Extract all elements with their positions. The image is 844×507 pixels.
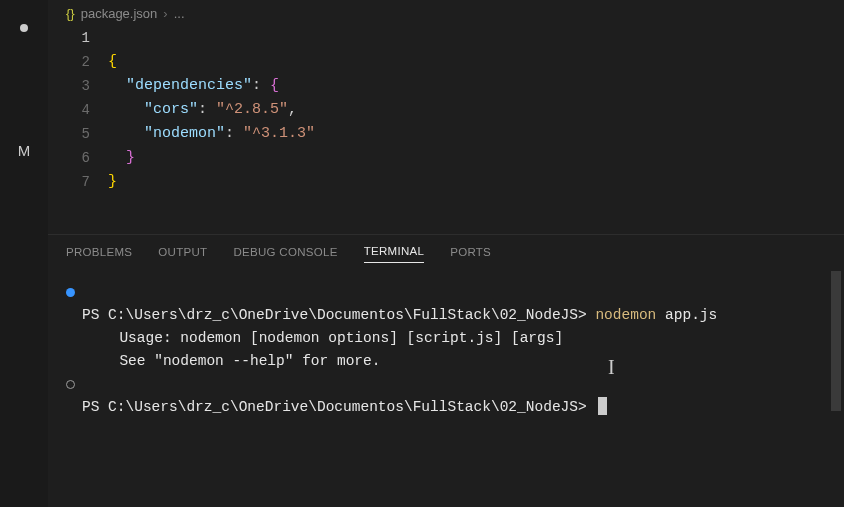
terminal-output-line: See "nodemon --help" for more. xyxy=(66,350,826,373)
scm-modified-badge: M xyxy=(18,142,31,159)
terminal-scrollbar[interactable] xyxy=(831,271,841,411)
terminal-command-arg: app.js xyxy=(665,307,717,323)
line-number: 3 xyxy=(48,74,90,98)
code-content[interactable]: { "dependencies": { "cors": "^2.8.5", "n… xyxy=(108,26,844,194)
code-token: , xyxy=(288,101,297,118)
line-number-gutter: 1 2 3 4 5 6 7 xyxy=(48,26,108,194)
code-token: } xyxy=(108,173,117,190)
code-token: : xyxy=(198,101,207,118)
code-token: : xyxy=(225,125,234,142)
terminal-output-line: Usage: nodemon [nodemon options] [script… xyxy=(66,327,826,350)
code-token: "^2.8.5" xyxy=(216,101,288,118)
code-token: "dependencies" xyxy=(126,77,252,94)
code-token: { xyxy=(108,53,117,70)
tab-terminal[interactable]: TERMINAL xyxy=(364,245,425,263)
code-token: "cors" xyxy=(144,101,198,118)
tab-ports[interactable]: PORTS xyxy=(450,246,491,263)
tab-output[interactable]: OUTPUT xyxy=(158,246,207,263)
terminal-cursor xyxy=(598,397,607,415)
line-number: 6 xyxy=(48,146,90,170)
terminal-command: nodemon xyxy=(595,307,665,323)
code-token: } xyxy=(126,149,135,166)
line-number: 1 xyxy=(48,26,90,50)
line-number: 2 xyxy=(48,50,90,74)
breadcrumb-tail[interactable]: ... xyxy=(174,6,185,21)
unsaved-indicator-dot xyxy=(20,24,28,32)
terminal-line: PS C:\Users\drz_c\OneDrive\Documentos\Fu… xyxy=(66,281,826,327)
code-token: "nodemon" xyxy=(144,125,225,142)
terminal-path: C:\Users\drz_c\OneDrive\Documentos\FullS… xyxy=(108,307,578,323)
panel-tabs: PROBLEMS OUTPUT DEBUG CONSOLE TERMINAL P… xyxy=(48,235,844,271)
terminal-prompt-prefix: PS xyxy=(82,399,108,415)
line-number: 5 xyxy=(48,122,90,146)
terminal-task-idle-icon xyxy=(66,380,75,389)
tab-debug-console[interactable]: DEBUG CONSOLE xyxy=(233,246,337,263)
line-number: 4 xyxy=(48,98,90,122)
terminal-task-active-icon xyxy=(66,288,75,297)
code-token: { xyxy=(270,77,279,94)
terminal-prompt-prefix: PS xyxy=(82,307,108,323)
code-token: "^3.1.3" xyxy=(243,125,315,142)
breadcrumb-file[interactable]: package.json xyxy=(81,6,158,21)
terminal-prompt-suffix: > xyxy=(578,399,595,415)
code-editor[interactable]: 1 2 3 4 5 6 7 { "dependencies": { "cors"… xyxy=(48,26,844,234)
line-number: 7 xyxy=(48,170,90,194)
terminal-path: C:\Users\drz_c\OneDrive\Documentos\FullS… xyxy=(108,399,578,415)
breadcrumb[interactable]: {} package.json › ... xyxy=(48,0,844,26)
terminal[interactable]: PS C:\Users\drz_c\OneDrive\Documentos\Fu… xyxy=(48,271,844,507)
activity-bar: M xyxy=(0,0,48,507)
tab-problems[interactable]: PROBLEMS xyxy=(66,246,132,263)
bottom-panel: PROBLEMS OUTPUT DEBUG CONSOLE TERMINAL P… xyxy=(48,234,844,507)
code-token: : xyxy=(252,77,261,94)
terminal-line: PS C:\Users\drz_c\OneDrive\Documentos\Fu… xyxy=(66,373,826,419)
json-file-icon: {} xyxy=(66,6,75,21)
breadcrumb-separator: › xyxy=(163,6,167,21)
terminal-prompt-suffix: > xyxy=(578,307,595,323)
